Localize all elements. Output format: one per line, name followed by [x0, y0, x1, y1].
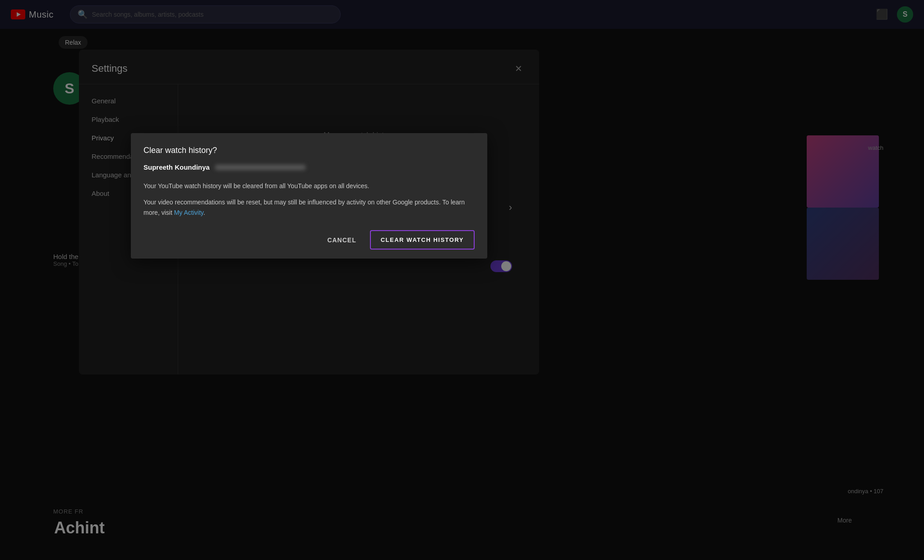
- clear-watch-history-dialog: Clear watch history? Supreeth Koundinya …: [131, 133, 487, 259]
- my-activity-link[interactable]: My Activity: [174, 209, 203, 216]
- dialog-title: Clear watch history?: [143, 146, 475, 155]
- dialog-body-suffix: .: [203, 209, 205, 216]
- dialog-actions: CANCEL CLEAR WATCH HISTORY: [143, 230, 475, 250]
- dialog-backdrop: [0, 0, 924, 560]
- cancel-button[interactable]: CANCEL: [319, 232, 364, 248]
- dialog-body-text-2: Your video recommendations will be reset…: [143, 197, 475, 218]
- dialog-username: Supreeth Koundinya: [143, 163, 475, 171]
- clear-watch-history-button[interactable]: CLEAR WATCH HISTORY: [370, 230, 475, 250]
- email-blur: [215, 165, 305, 170]
- dialog-body-text-1: Your YouTube watch history will be clear…: [143, 181, 475, 191]
